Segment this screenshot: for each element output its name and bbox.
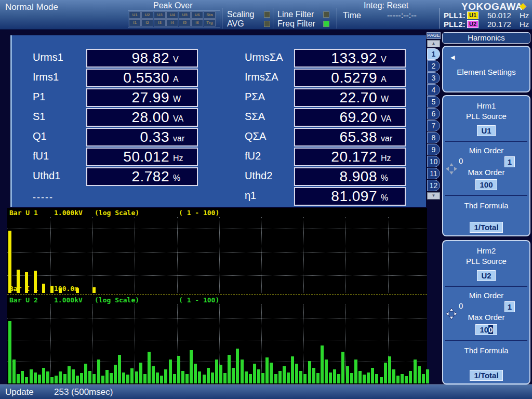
max-order-value-chip[interactable]: 100: [475, 179, 497, 190]
page-tab-8[interactable]: 8: [427, 132, 440, 143]
pll-source-value-chip[interactable]: U2: [477, 270, 495, 281]
harmonic-bar-order-76: [325, 360, 328, 383]
harmonic-bar-order-90: [384, 363, 387, 383]
measurement-label: SΣA: [245, 108, 294, 127]
harmonic-bar-order-40: [173, 374, 176, 383]
pll-source-value-chip[interactable]: U1: [477, 125, 495, 136]
harmonic-bar-order-96: [409, 371, 412, 383]
element-settings-button[interactable]: ◀ Element Settings: [442, 46, 530, 92]
measurement-value-box: 22.70W: [294, 88, 406, 107]
measurement-unit: A: [381, 72, 402, 84]
harmonic-bar-order-45: [194, 364, 197, 383]
peak-over-indicator-i2: I2: [141, 19, 153, 26]
divider: [445, 141, 527, 142]
measurement-row: QΣA65.38var: [245, 128, 406, 147]
page-tab-3[interactable]: 3: [427, 72, 440, 84]
measurement-row: Irms10.5530A: [33, 69, 198, 87]
harmonic-bar-order-84: [358, 371, 362, 383]
peak-over-indicator-grid: U1U2U3U4U5U6Sta I1I2I3I4I5I6Trg: [128, 10, 220, 28]
harmonic-bar-order-36: [156, 373, 159, 383]
harmonic-bar-order-88: [375, 374, 378, 383]
measurement-label: IrmsΣA: [245, 69, 294, 87]
chart1-plot: Bar I 1 100.0m: [7, 217, 427, 293]
chart1-scale-bottom: 100.0m: [54, 285, 78, 292]
max-order-label: Max Order: [443, 168, 529, 177]
measurement-value: 81.097: [331, 188, 377, 205]
line-filter-indicator: [323, 11, 329, 18]
chart2-log-label: (log Scale): [95, 296, 139, 304]
thd-formula-value-chip[interactable]: 1/Total: [470, 370, 502, 381]
measurement-row: UrmsΣA133.92V: [245, 49, 406, 68]
scaling-label: Scaling: [227, 10, 254, 19]
pll1-unit: Hz: [520, 11, 529, 20]
measurement-value: 98.82: [131, 50, 169, 66]
edit-cursor: 0: [488, 325, 493, 334]
chart1-scale-top: 1.000kV: [54, 209, 83, 217]
harmonic-bar-order-54: [232, 368, 235, 383]
max-order-value-chip[interactable]: 100: [475, 324, 497, 335]
harmonic-bar-order-72: [308, 361, 311, 383]
page-tab-9[interactable]: 9: [427, 144, 440, 155]
page-tab-7[interactable]: 7: [427, 120, 440, 131]
pll2-unit: Hz: [520, 20, 529, 29]
peak-over-indicator-i1: I1: [129, 19, 141, 26]
thd-formula-value-chip[interactable]: 1/Total: [470, 222, 502, 233]
min-order-value-chip[interactable]: 1: [504, 156, 515, 167]
page-tab-1[interactable]: 1: [427, 48, 440, 60]
measurement-label: S1: [33, 108, 86, 127]
harmonic-bar-order-61: [261, 373, 264, 383]
harmonic-bar-order-6: [30, 369, 33, 383]
harmonic-bar-order-64: [274, 374, 277, 383]
harmonic-bar-order-29: [126, 375, 129, 383]
harmonic-bar-order-57: [245, 371, 248, 383]
harmonic-bar-order-65: [278, 371, 282, 383]
min-order-alt[interactable]: 0: [459, 156, 463, 165]
page-tab-11[interactable]: 11: [427, 168, 440, 179]
page-tab-2[interactable]: 2: [427, 60, 440, 72]
measurement-value-box: 20.172Hz: [294, 148, 406, 166]
measurement-row: Uthd12.782%: [33, 167, 198, 186]
page-tab-10[interactable]: 10: [427, 156, 440, 167]
peak-over-indicator-u5: U5: [179, 11, 191, 19]
page-tab-6[interactable]: 6: [427, 108, 440, 119]
min-order-label: Min Order: [443, 291, 529, 300]
chart2-scale-top: 1.000kV: [54, 296, 83, 304]
min-order-label: Min Order: [443, 146, 529, 155]
harmonic-bar-order-80: [341, 352, 344, 383]
harmonic-bar-order-85: [363, 375, 366, 383]
harmonic-bar-order-83: [354, 360, 357, 383]
min-order-value-chip[interactable]: 1: [504, 301, 515, 312]
harmonic-bar-order-60: [257, 369, 260, 383]
page-tab-4[interactable]: 4: [427, 84, 440, 96]
measurement-value: 22.70: [339, 89, 377, 106]
measurement-unit: Hz: [381, 151, 402, 163]
avg-indicator: [264, 21, 270, 27]
measurement-value-box: 133.92V: [294, 49, 406, 68]
harmonic-bar-order-32: [139, 363, 142, 383]
harmonic-bar-order-26: [114, 365, 117, 383]
harmonic-bar-order-19: [84, 364, 87, 383]
harmonic-bar-order-15: [68, 366, 71, 383]
measurement-value: 28.00: [131, 109, 169, 126]
grid-line-vertical: [261, 304, 262, 383]
measurement-value-box: 8.908%: [294, 167, 406, 186]
measurement-value: 65.38: [339, 129, 377, 145]
page-tab-12[interactable]: 12: [427, 180, 440, 191]
measurement-unit: W: [381, 91, 402, 104]
min-order-alt[interactable]: 0: [459, 301, 463, 310]
header-divider: [439, 8, 440, 29]
measurement-value: 69.20: [339, 109, 377, 126]
harmonic-bar-order-8: [38, 375, 41, 383]
measurement-value-box: 0.5530A: [86, 69, 198, 87]
page-scroll-up-button[interactable]: ▲: [427, 40, 440, 47]
integ-status: Integ: Reset: [364, 1, 408, 10]
measurement-unit: A: [173, 72, 194, 84]
harmonic-bar-order-18: [80, 373, 83, 383]
chart1-range-label: ( 1 - 100): [179, 209, 219, 217]
page-scroll-down-button[interactable]: ▼: [427, 192, 440, 200]
chart2-header: Bar U 2 1.000kV (log Scale) ( 1 - 100): [7, 296, 427, 304]
avg-label: AVG: [227, 19, 244, 29]
group-name: Hrm2: [443, 246, 529, 255]
measurement-value-box: 65.38var: [294, 128, 406, 147]
page-tab-5[interactable]: 5: [427, 96, 440, 108]
